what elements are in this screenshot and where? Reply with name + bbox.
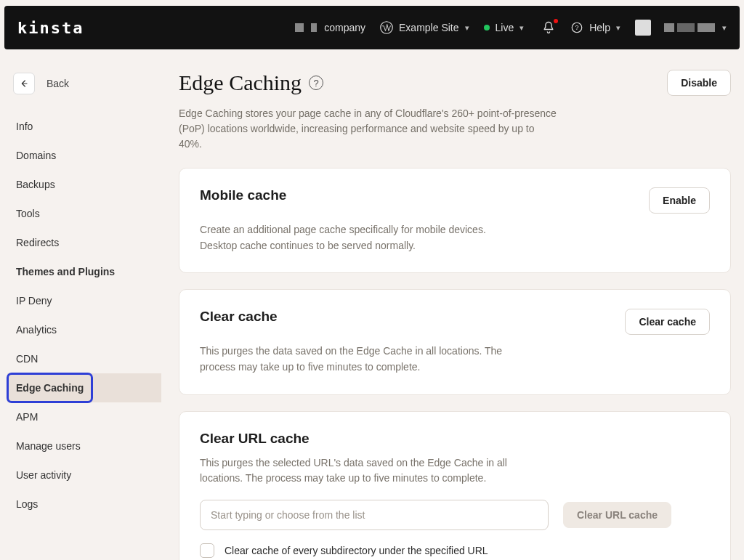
url-input[interactable] (200, 500, 549, 530)
clear-cache-button[interactable]: Clear cache (625, 309, 710, 335)
card-title: Clear URL cache (200, 431, 710, 447)
sidebar-item-cdn[interactable]: CDN (7, 344, 161, 373)
company-label: company (324, 22, 365, 33)
avatar[interactable] (635, 20, 651, 36)
card-clear-cache: Clear cache Clear cache This purges the … (179, 289, 731, 394)
card-mobile-cache: Mobile cache Enable Create an additional… (179, 168, 731, 273)
card-description: This purges the selected URL's data save… (200, 455, 512, 487)
square-icon (295, 23, 304, 32)
page-description: Edge Caching stores your page cache in a… (179, 106, 557, 152)
sidebar: Back Info Domains Backups Tools Redirect… (7, 70, 170, 560)
site-label: Example Site (399, 22, 458, 33)
notification-badge (554, 19, 558, 23)
sidebar-item-domains[interactable]: Domains (7, 141, 161, 170)
site-switcher[interactable]: Example Site ▾ (380, 21, 469, 34)
checkbox-label: Clear cache of every subdirectory under … (225, 545, 488, 556)
page-title-text: Edge Caching (179, 70, 302, 95)
brand-logo[interactable]: kinsta (17, 19, 84, 37)
back-button[interactable] (13, 73, 35, 94)
enable-mobile-cache-button[interactable]: Enable (649, 187, 710, 214)
main-content: Edge Caching ? Disable Edge Caching stor… (170, 70, 737, 560)
arrow-left-icon (18, 78, 30, 89)
top-bar: kinsta company Example Site ▾ Live ▾ ? H… (4, 6, 740, 49)
status-dot-icon (484, 25, 490, 31)
back-label: Back (46, 78, 69, 89)
sidebar-item-ip-deny[interactable]: IP Deny (7, 286, 161, 315)
chevron-down-icon: ▾ (465, 23, 469, 33)
card-title: Clear cache (200, 309, 278, 325)
chevron-down-icon: ▾ (722, 23, 727, 33)
wordpress-icon (380, 21, 393, 34)
env-label: Live (496, 22, 514, 33)
help-icon: ? (570, 21, 583, 34)
sidebar-item-edge-caching[interactable]: Edge Caching (7, 373, 92, 402)
svg-text:?: ? (575, 24, 579, 31)
disable-button[interactable]: Disable (667, 70, 731, 96)
chevron-down-icon: ▾ (616, 23, 620, 33)
sidebar-item-info[interactable]: Info (7, 112, 161, 141)
sidebar-item-redirects[interactable]: Redirects (7, 228, 161, 257)
help-label: Help (589, 22, 610, 33)
sidebar-item-logs[interactable]: Logs (7, 490, 161, 519)
card-description: Create an additional page cache specific… (200, 222, 512, 253)
clear-url-cache-button[interactable]: Clear URL cache (563, 502, 671, 528)
company-switcher[interactable]: company (295, 22, 365, 33)
sidebar-item-manage-users[interactable]: Manage users (7, 431, 161, 460)
square-icon (311, 23, 317, 32)
environment-switcher[interactable]: Live ▾ (484, 22, 525, 33)
subdirectory-checkbox[interactable] (200, 543, 214, 558)
sidebar-item-tools[interactable]: Tools (7, 199, 161, 228)
card-description: This purges the data saved on the Edge C… (200, 344, 512, 375)
page-title: Edge Caching ? (179, 70, 323, 95)
account-menu[interactable] (664, 23, 715, 32)
sidebar-item-analytics[interactable]: Analytics (7, 315, 161, 344)
card-title: Mobile cache (200, 187, 286, 203)
sidebar-item-user-activity[interactable]: User activity (7, 460, 161, 490)
help-menu[interactable]: ? Help ▾ (570, 21, 620, 34)
help-tooltip-icon[interactable]: ? (309, 76, 323, 90)
card-clear-url-cache: Clear URL cache This purges the selected… (179, 411, 731, 560)
notifications-button[interactable] (541, 20, 556, 35)
sidebar-item-apm[interactable]: APM (7, 402, 161, 431)
sidebar-item-backups[interactable]: Backups (7, 170, 161, 199)
sidebar-item-themes[interactable]: Themes and Plugins (7, 257, 161, 286)
chevron-down-icon: ▾ (519, 23, 524, 33)
